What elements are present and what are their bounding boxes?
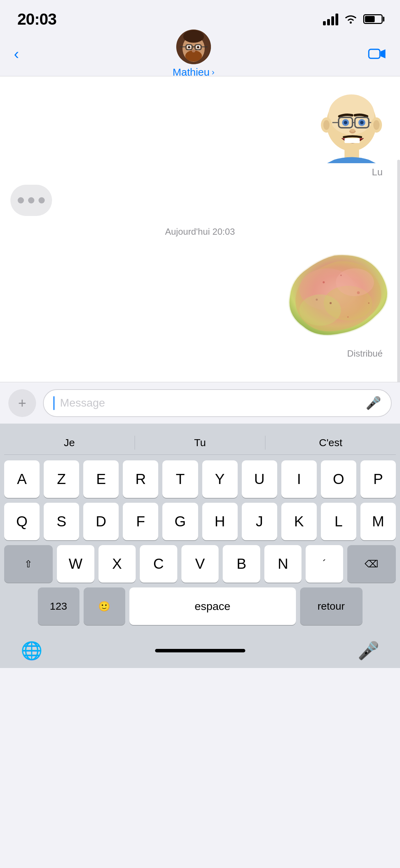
message-input-field[interactable]: Message 🎤: [43, 389, 392, 417]
battery-icon: [363, 14, 383, 24]
signal-icon: [323, 13, 338, 25]
keyboard-row-2: Q S D F G H J K L M: [4, 503, 396, 540]
emoji-key[interactable]: 🙂: [84, 587, 125, 625]
typing-dot-1: [18, 197, 24, 203]
keyboard-row-4: 123 🙂 espace retour: [4, 587, 396, 625]
video-icon: [368, 47, 386, 60]
svg-point-45: [368, 302, 369, 304]
keyboard-mic-icon[interactable]: 🎤: [358, 641, 379, 661]
contact-info[interactable]: Mathieu ›: [172, 30, 214, 78]
svg-point-0: [350, 22, 352, 24]
svg-point-39: [323, 281, 325, 283]
timestamp: Aujourd'hui 20:03: [10, 226, 390, 237]
svg-point-41: [357, 291, 360, 294]
video-call-button[interactable]: [368, 47, 386, 60]
key-f[interactable]: F: [123, 503, 158, 540]
key-a[interactable]: A: [4, 460, 40, 498]
wifi-icon: [344, 14, 358, 24]
predictive-item-1[interactable]: Je: [4, 433, 135, 452]
chat-area: Lu Aujourd'hui 20:03: [0, 76, 400, 382]
back-button[interactable]: ‹: [14, 45, 19, 62]
svg-point-42: [330, 302, 332, 304]
memoji-sticker: [313, 87, 390, 163]
backspace-key[interactable]: ⌫: [347, 545, 396, 583]
key-u[interactable]: U: [242, 460, 277, 498]
status-time: 20:03: [17, 10, 57, 28]
space-key[interactable]: espace: [129, 587, 296, 625]
back-icon[interactable]: ‹: [14, 45, 19, 62]
scroll-indicator: [397, 160, 400, 382]
svg-point-9: [192, 50, 195, 52]
keyboard: Je Tu C'est A Z E R T Y U I O P Q S D F …: [0, 424, 400, 633]
svg-point-37: [299, 294, 341, 326]
key-k[interactable]: K: [281, 503, 317, 540]
incoming-typing: [10, 185, 390, 216]
svg-point-43: [347, 316, 349, 318]
avatar: [176, 30, 211, 64]
predictive-item-3[interactable]: C'est: [265, 433, 396, 452]
key-v[interactable]: V: [181, 545, 219, 583]
typing-bubble: [10, 185, 52, 216]
predictive-bar: Je Tu C'est: [4, 431, 396, 455]
svg-point-32: [323, 120, 330, 130]
key-r[interactable]: R: [123, 460, 158, 498]
nav-bar: ‹: [0, 31, 400, 76]
input-bar: + Message 🎤: [0, 382, 400, 424]
key-accent[interactable]: ´: [306, 545, 343, 583]
key-m[interactable]: M: [360, 503, 396, 540]
key-c[interactable]: C: [140, 545, 177, 583]
home-indicator: [155, 649, 245, 652]
svg-point-44: [316, 299, 318, 301]
plus-icon: +: [18, 396, 26, 410]
message-placeholder[interactable]: Message: [60, 397, 360, 409]
keyboard-row-3: ⇧ W X C V B N ´ ⌫: [4, 545, 396, 583]
svg-point-26: [344, 121, 347, 124]
svg-point-27: [360, 121, 364, 124]
svg-point-33: [373, 120, 380, 130]
svg-point-40: [340, 275, 342, 276]
key-w[interactable]: W: [57, 545, 94, 583]
typing-dot-2: [28, 197, 34, 203]
typing-dot-3: [39, 197, 45, 203]
key-q[interactable]: Q: [4, 503, 40, 540]
key-h[interactable]: H: [202, 503, 238, 540]
key-g[interactable]: G: [162, 503, 198, 540]
status-icons: [323, 13, 383, 25]
key-d[interactable]: D: [83, 503, 119, 540]
key-b[interactable]: B: [223, 545, 260, 583]
numbers-key[interactable]: 123: [38, 587, 79, 625]
sent-memoji-message: [10, 87, 390, 163]
key-p[interactable]: P: [360, 460, 396, 498]
key-z[interactable]: Z: [44, 460, 79, 498]
svg-point-28: [349, 129, 356, 134]
svg-point-38: [336, 268, 374, 296]
globe-icon[interactable]: 🌐: [21, 641, 42, 661]
svg-point-7: [188, 46, 190, 48]
home-indicator-container: [42, 649, 358, 652]
key-e[interactable]: E: [83, 460, 119, 498]
message-status-read: Lu: [10, 167, 390, 178]
chevron-right-icon: ›: [212, 67, 214, 77]
key-n[interactable]: N: [264, 545, 302, 583]
key-l[interactable]: L: [321, 503, 356, 540]
messages-container: Lu Aujourd'hui 20:03: [0, 76, 400, 382]
add-button[interactable]: +: [8, 389, 36, 417]
svg-rect-29: [344, 138, 360, 143]
bottom-bar: 🌐 🎤: [0, 633, 400, 668]
key-x[interactable]: X: [99, 545, 136, 583]
key-o[interactable]: O: [321, 460, 356, 498]
svg-point-8: [197, 46, 199, 48]
key-j[interactable]: J: [242, 503, 277, 540]
key-y[interactable]: Y: [202, 460, 238, 498]
shift-key[interactable]: ⇧: [4, 545, 53, 583]
key-t[interactable]: T: [162, 460, 198, 498]
keyboard-row-1: A Z E R T Y U I O P: [4, 460, 396, 498]
svg-point-3: [183, 30, 204, 43]
sticker-image: [272, 248, 390, 345]
mic-icon[interactable]: 🎤: [366, 396, 381, 410]
predictive-item-2[interactable]: Tu: [135, 433, 265, 452]
key-i[interactable]: I: [281, 460, 317, 498]
svg-rect-15: [369, 49, 380, 58]
key-s[interactable]: S: [44, 503, 79, 540]
return-key[interactable]: retour: [300, 587, 363, 625]
